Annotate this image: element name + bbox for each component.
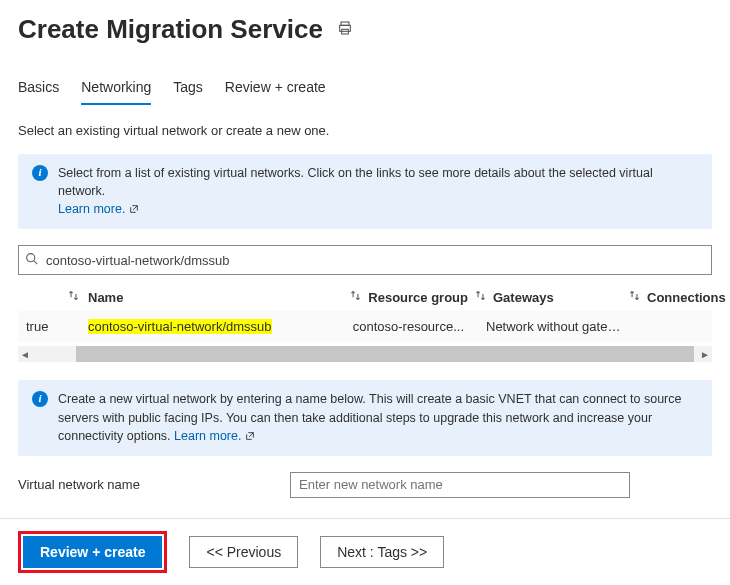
tab-tags[interactable]: Tags (173, 73, 203, 105)
cell-gateways: Network without gateway (468, 319, 628, 334)
tab-review-create[interactable]: Review + create (225, 73, 326, 105)
vnet-name-input[interactable] (290, 472, 630, 498)
next-button[interactable]: Next : Tags >> (320, 536, 444, 568)
highlight-box: Review + create (18, 531, 167, 573)
scroll-left-icon[interactable]: ◄ (18, 349, 32, 360)
info-box-existing-vnet: i Select from a list of existing virtual… (18, 154, 712, 229)
vnet-table: Name Resource group Gateways Connections… (18, 283, 712, 342)
vnet-search-box[interactable] (18, 245, 712, 275)
review-create-button[interactable]: Review + create (23, 536, 162, 568)
previous-button[interactable]: << Previous (189, 536, 298, 568)
info-existing-text: Select from a list of existing virtual n… (58, 166, 653, 198)
info-new-text: Create a new virtual network by entering… (58, 392, 681, 442)
scroll-right-icon[interactable]: ► (698, 349, 712, 360)
tab-basics[interactable]: Basics (18, 73, 59, 105)
print-icon[interactable] (337, 20, 353, 39)
info-icon: i (32, 391, 48, 407)
horizontal-scrollbar[interactable]: ◄ ► (18, 346, 712, 362)
cell-connections (628, 319, 708, 334)
external-link-icon (129, 201, 139, 219)
page-title: Create Migration Service (18, 14, 323, 45)
cell-prefix: true (18, 319, 88, 334)
vnet-name-label: Virtual network name (18, 477, 278, 492)
footer: Review + create << Previous Next : Tags … (0, 518, 730, 585)
sort-icon[interactable] (67, 289, 80, 305)
external-link-icon (245, 428, 255, 446)
table-row[interactable]: true contoso-virtual-network/dmssub cont… (18, 311, 712, 342)
learn-more-link-new[interactable]: Learn more. (174, 429, 241, 443)
tab-networking[interactable]: Networking (81, 73, 151, 105)
svg-point-3 (27, 254, 35, 262)
section-subhead: Select an existing virtual network or cr… (18, 123, 712, 138)
scrollbar-thumb[interactable] (76, 346, 694, 362)
cell-name: contoso-virtual-network/dmssub (88, 319, 272, 334)
column-header-connections[interactable]: Connections (647, 290, 726, 305)
vnet-search-input[interactable] (44, 252, 705, 269)
learn-more-link-existing[interactable]: Learn more. (58, 202, 125, 216)
search-icon (25, 252, 38, 268)
column-header-name[interactable]: Name (88, 290, 123, 305)
tabs: Basics Networking Tags Review + create (18, 73, 712, 105)
info-box-new-vnet: i Create a new virtual network by enteri… (18, 380, 712, 455)
info-icon: i (32, 165, 48, 181)
sort-icon[interactable] (628, 289, 641, 305)
column-header-gateways[interactable]: Gateways (493, 290, 554, 305)
sort-icon[interactable] (349, 289, 362, 305)
sort-icon[interactable] (474, 289, 487, 305)
column-header-resource-group[interactable]: Resource group (368, 290, 468, 305)
cell-resource-group: contoso-resource... (318, 319, 468, 334)
